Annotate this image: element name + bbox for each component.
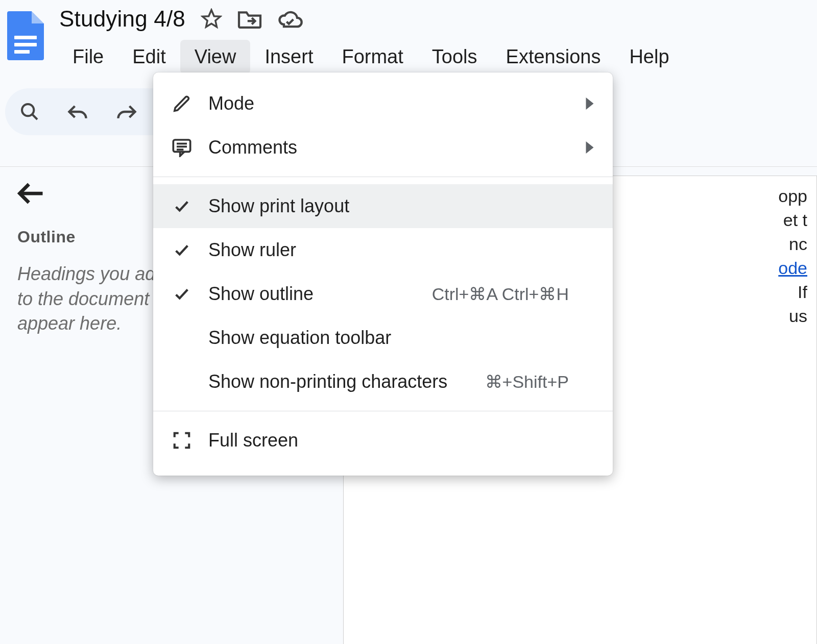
menu-item-shortcut: Ctrl+⌘A Ctrl+⌘H — [422, 284, 569, 304]
menu-separator — [153, 411, 613, 411]
menu-format[interactable]: Format — [327, 40, 417, 74]
undo-icon[interactable] — [66, 102, 89, 122]
menu-edit[interactable]: Edit — [118, 40, 180, 74]
chevron-right-icon — [582, 141, 597, 154]
view-menu-show-ruler[interactable]: Show ruler — [153, 228, 613, 272]
canvas-link[interactable]: ode — [778, 258, 807, 278]
menu-item-label: Show equation toolbar — [208, 327, 545, 349]
svg-line-2 — [32, 114, 37, 119]
search-icon[interactable] — [19, 102, 40, 122]
menu-extensions[interactable]: Extensions — [492, 40, 615, 74]
svg-marker-0 — [203, 10, 221, 27]
menu-item-label: Show outline — [208, 283, 408, 305]
move-icon[interactable] — [236, 8, 263, 30]
check-icon — [169, 285, 195, 303]
menubar: File Edit View Insert Format Tools Exten… — [58, 40, 684, 74]
check-icon — [169, 241, 195, 259]
canvas-line: us — [789, 306, 807, 326]
canvas-line: et t — [783, 210, 807, 230]
chevron-right-icon — [582, 97, 597, 110]
canvas-line: nc — [789, 234, 807, 254]
redo-icon[interactable] — [115, 102, 138, 122]
star-icon[interactable] — [201, 8, 222, 30]
menu-view[interactable]: View — [180, 40, 251, 74]
menu-item-label: Comments — [208, 137, 545, 158]
menu-item-label: Show ruler — [208, 239, 545, 261]
view-menu-comments[interactable]: Comments — [153, 126, 613, 169]
fullscreen-icon — [169, 431, 195, 450]
menu-file[interactable]: File — [58, 40, 118, 74]
view-menu-show-nonprinting[interactable]: Show non-printing characters ⌘+Shift+P — [153, 360, 613, 404]
pencil-icon — [169, 94, 195, 113]
docs-logo-icon[interactable] — [7, 11, 44, 60]
menu-item-shortcut: ⌘+Shift+P — [475, 371, 569, 392]
canvas-line: opp — [778, 186, 807, 206]
view-menu-full-screen[interactable]: Full screen — [153, 418, 613, 462]
menu-item-label: Show print layout — [208, 195, 545, 217]
view-menu-dropdown: Mode Comments Show print layout Show rul… — [153, 72, 613, 476]
view-menu-show-outline[interactable]: Show outline Ctrl+⌘A Ctrl+⌘H — [153, 272, 613, 316]
document-title[interactable]: Studying 4/8 — [58, 5, 186, 33]
menu-item-label: Show non-printing characters — [208, 371, 462, 392]
menu-insert[interactable]: Insert — [250, 40, 327, 74]
menu-item-label: Full screen — [208, 430, 545, 451]
check-icon — [169, 197, 195, 215]
view-menu-show-print-layout[interactable]: Show print layout — [153, 184, 613, 228]
menu-separator — [153, 177, 613, 177]
svg-marker-4 — [586, 97, 594, 110]
view-menu-show-equation-toolbar[interactable]: Show equation toolbar — [153, 316, 613, 360]
svg-marker-9 — [586, 141, 594, 154]
menu-item-label: Mode — [208, 93, 545, 114]
svg-point-1 — [22, 104, 34, 116]
cloud-saved-icon[interactable] — [277, 8, 304, 30]
menu-tools[interactable]: Tools — [418, 40, 492, 74]
canvas-line: If — [798, 282, 807, 302]
view-menu-mode[interactable]: Mode — [153, 82, 613, 126]
comments-icon — [169, 138, 195, 157]
menu-help[interactable]: Help — [615, 40, 683, 74]
